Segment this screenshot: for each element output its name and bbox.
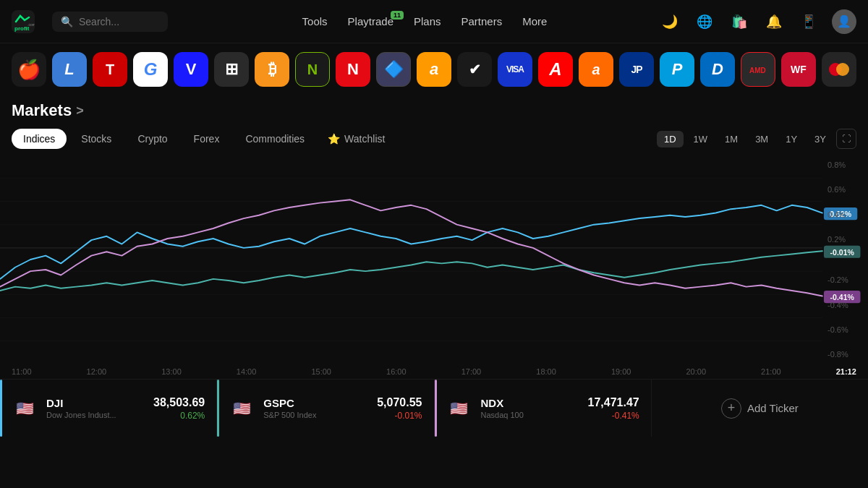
ticker-goog[interactable]: G: [133, 52, 168, 87]
logo-icon: profit .com: [12, 10, 35, 33]
ticker-amzn[interactable]: a: [417, 52, 451, 87]
chart-x-labels: 11:00 12:00 13:00 14:00 15:00 16:00 17:0…: [0, 364, 868, 379]
tab-stocks[interactable]: Stocks: [69, 129, 123, 149]
fullscreen-button[interactable]: ⛶: [836, 129, 856, 149]
ticker-aapl[interactable]: 🍎: [12, 52, 46, 87]
ticker-v[interactable]: V: [174, 52, 208, 87]
ticker-card-ndx[interactable]: 🇺🇸 NDX Nasdaq 100 17,471.47 -0.41%: [435, 380, 652, 437]
ndx-info: NDX Nasdaq 100: [481, 397, 579, 419]
dark-mode-icon[interactable]: 🌙: [658, 10, 681, 33]
ticker-card-gspc[interactable]: 🇺🇸 GSPC S&P 500 Index 5,070.55 -0.01%: [217, 380, 434, 437]
time-controls: 1D 1W 1M 3M 1Y 3Y ⛶: [657, 129, 856, 149]
ticker-tsla[interactable]: T: [93, 52, 127, 87]
time-1y[interactable]: 1Y: [778, 131, 804, 147]
market-tabs: Indices Stocks Crypto Forex Commodities …: [12, 129, 393, 149]
chart-y-labels: 0.8% 0.6% 0.4% 0.2% -0.2% -0.4% -0.6% -0…: [825, 155, 868, 364]
search-input[interactable]: [79, 16, 159, 27]
ticker-eth[interactable]: 🔷: [376, 52, 411, 87]
dji-bar: [0, 380, 2, 437]
ndx-price: 17,471.47 -0.41%: [588, 396, 639, 421]
logo[interactable]: profit .com: [12, 10, 35, 33]
dji-info: DJI Dow Jones Indust...: [46, 397, 145, 419]
gspc-bar: [217, 380, 219, 437]
add-ticker-icon: +: [721, 398, 741, 419]
ticker-adbe[interactable]: A: [538, 52, 573, 87]
nav-partners[interactable]: Partners: [461, 15, 503, 27]
time-1w[interactable]: 1W: [686, 131, 715, 147]
ticker-cards: 🇺🇸 DJI Dow Jones Indust... 38,503.69 0.6…: [0, 379, 868, 437]
ticker-mc[interactable]: [822, 52, 856, 87]
markets-arrow[interactable]: >: [76, 103, 84, 119]
search-icon: 🔍: [61, 16, 73, 27]
svg-text:.com: .com: [27, 22, 35, 27]
time-1d[interactable]: 1D: [657, 131, 684, 147]
svg-point-5: [836, 63, 849, 76]
chart-svg: 0.62% -0.01% -0.41%: [0, 155, 868, 364]
time-1m[interactable]: 1M: [718, 131, 745, 147]
ticker-ltc[interactable]: L: [52, 52, 87, 87]
star-icon: ⭐: [328, 133, 340, 145]
tabs-row: Indices Stocks Crypto Forex Commodities …: [12, 129, 856, 149]
ticker-visa[interactable]: VISA: [498, 52, 532, 87]
tickers-bar: 🍎 L T G V ⊞ ₿ N N 🔷 a ✔ VISA A a JP P D …: [0, 43, 868, 95]
time-3m[interactable]: 3M: [748, 131, 775, 147]
ticker-baba[interactable]: a: [579, 52, 613, 87]
ticker-jpm[interactable]: JP: [619, 52, 654, 87]
ticker-nke[interactable]: ✔: [457, 52, 492, 87]
tab-indices[interactable]: Indices: [12, 129, 67, 149]
ndx-flag: 🇺🇸: [446, 399, 472, 418]
tab-forex[interactable]: Forex: [182, 129, 231, 149]
bell-icon[interactable]: 🔔: [762, 10, 786, 33]
header: profit .com 🔍 Tools Playtrade 11 Plans P…: [0, 0, 868, 43]
nav-bar: Tools Playtrade 11 Plans Partners More: [191, 15, 658, 27]
svg-text:AMD: AMD: [749, 67, 766, 74]
time-3y[interactable]: 3Y: [807, 131, 833, 147]
tab-crypto[interactable]: Crypto: [126, 129, 179, 149]
add-ticker-card[interactable]: + Add Ticker: [652, 380, 868, 437]
ticker-btc[interactable]: ₿: [255, 52, 289, 87]
gspc-flag: 🇺🇸: [229, 399, 255, 418]
nav-more[interactable]: More: [522, 15, 547, 27]
avatar[interactable]: 👤: [832, 9, 856, 34]
shopping-icon[interactable]: 🛍️: [728, 10, 751, 33]
ticker-nvda[interactable]: N: [295, 52, 330, 87]
search-box[interactable]: 🔍: [52, 12, 168, 32]
markets-title: Markets >: [12, 101, 856, 120]
playtrade-badge: 11: [391, 11, 404, 20]
ndx-bar: [435, 380, 437, 437]
markets-section: Markets > Indices Stocks Crypto Forex Co…: [0, 95, 868, 149]
chart-container: 0.62% -0.01% -0.41% 0.8% 0.6% 0.4% 0.2% …: [0, 155, 868, 364]
nav-tools[interactable]: Tools: [302, 15, 328, 27]
tab-watchlist[interactable]: ⭐ Watchlist: [319, 129, 393, 149]
dji-flag: 🇺🇸: [12, 399, 38, 418]
tab-commodities[interactable]: Commodities: [234, 129, 316, 149]
gspc-price: 5,070.55 -0.01%: [377, 396, 422, 421]
ticker-nflx[interactable]: N: [336, 52, 370, 87]
ticker-card-dji[interactable]: 🇺🇸 DJI Dow Jones Indust... 38,503.69 0.6…: [0, 380, 217, 437]
globe-icon[interactable]: 🌐: [693, 10, 716, 33]
gspc-info: GSPC S&P 500 Index: [263, 397, 368, 419]
nav-playtrade[interactable]: Playtrade 11: [348, 15, 393, 27]
header-actions: 🌙 🌐 🛍️ 🔔 📱 👤: [658, 9, 856, 34]
ticker-pypl[interactable]: P: [660, 52, 694, 87]
dji-price: 38,503.69 0.62%: [153, 396, 205, 421]
mobile-icon[interactable]: 📱: [797, 10, 820, 33]
ticker-dis[interactable]: D: [700, 52, 735, 87]
ticker-msft[interactable]: ⊞: [214, 52, 249, 87]
ticker-wf[interactable]: WF: [781, 52, 816, 87]
ticker-amd[interactable]: AMD: [741, 52, 775, 87]
nav-plans[interactable]: Plans: [414, 15, 441, 27]
